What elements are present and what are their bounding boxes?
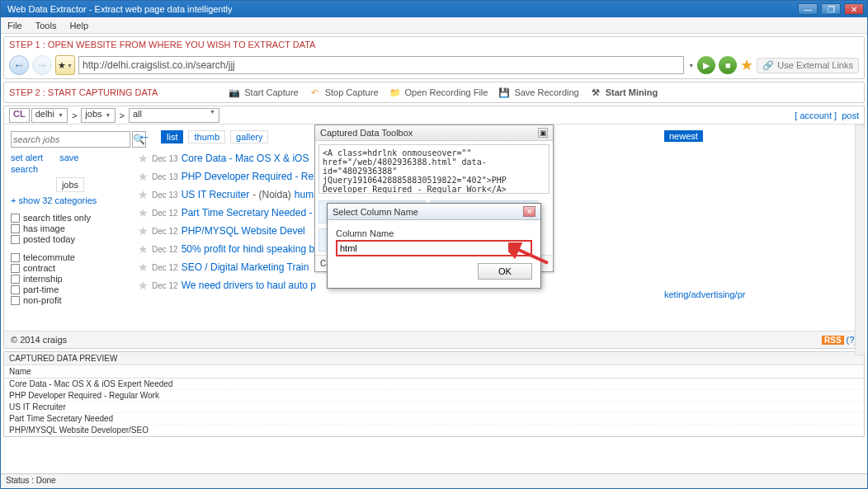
maximize-button[interactable]: ❐ <box>821 3 841 15</box>
listing-date: Dec 12 <box>152 209 178 218</box>
listing-title[interactable]: We need drivers to haul auto p <box>182 280 316 291</box>
city-select[interactable]: delhi ▼ <box>31 108 68 123</box>
right-column: newest keting/advertising/pr <box>658 125 864 349</box>
star-icon[interactable]: ★ <box>138 206 149 219</box>
account-link[interactable]: account <box>800 110 832 120</box>
app-window: Web Data Extractor - Extract web page da… <box>0 0 868 489</box>
external-links-button[interactable]: 🔗 Use External Links <box>757 58 859 73</box>
newest-badge[interactable]: newest <box>664 130 703 142</box>
close-button[interactable]: ✕ <box>844 3 864 15</box>
save-icon: 💾 <box>498 86 511 99</box>
listing-date: Dec 12 <box>152 227 178 236</box>
undo-icon: ↶ <box>309 86 322 99</box>
dialog-close-button[interactable]: ✕ <box>523 206 535 217</box>
listing-title[interactable]: SEO / Digital Marketing Train <box>182 261 309 273</box>
view-gallery-tab[interactable]: gallery <box>230 130 268 143</box>
checkbox[interactable] <box>11 214 20 223</box>
back-arrow-icon[interactable]: ← <box>138 129 151 144</box>
stop-nav-button[interactable]: ■ <box>719 56 737 74</box>
listing-title[interactable]: Core Data - Mac OS X & iOS <box>182 153 309 164</box>
star-icon[interactable]: ★ <box>138 261 149 274</box>
captured-preview-panel: CAPTURED DATA PREVIEW Name Core Data - M… <box>3 351 865 437</box>
toolbox-title: Captured Data Toolbox <box>320 128 413 138</box>
menu-help[interactable]: Help <box>69 21 88 31</box>
listing-date: Dec 13 <box>152 190 178 200</box>
browser-breadcrumb: CL delhi ▼ > jobs ▼ > all ▼ [ account ] … <box>4 106 864 125</box>
preview-row[interactable]: PHP/MYSQL Website Developer/SEO <box>4 425 864 436</box>
checkbox[interactable] <box>11 235 20 244</box>
rss-badge[interactable]: RSS <box>822 336 844 345</box>
url-dropdown-icon[interactable]: ▼ <box>688 63 694 68</box>
checkbox[interactable] <box>11 285 20 294</box>
view-list-tab[interactable]: list <box>161 130 183 143</box>
listing-title[interactable]: 50% profit for hindi speaking b <box>182 243 314 255</box>
bookmark-star-icon[interactable]: ★ <box>740 56 753 74</box>
checkbox[interactable] <box>11 275 20 284</box>
column-name-input[interactable] <box>336 240 532 256</box>
star-icon[interactable]: ★ <box>138 242 149 256</box>
category-select[interactable]: jobs ▼ <box>81 108 115 123</box>
star-icon[interactable]: ★ <box>138 279 149 292</box>
go-button[interactable]: ▶ <box>697 56 715 74</box>
show-categories-link[interactable]: + show 32 categories <box>11 195 130 205</box>
menu-file[interactable]: File <box>7 21 22 31</box>
listing-title[interactable]: PHP/MYSQL Website Devel <box>182 225 305 237</box>
search-input[interactable] <box>11 131 130 148</box>
favorites-button[interactable]: ★▼ <box>55 55 75 75</box>
step1-panel: STEP 1 : OPEN WEBSITE FROM WHERE YOU WIS… <box>3 36 865 79</box>
marketing-link[interactable]: keting/advertising/pr <box>664 289 745 299</box>
nav-back-button[interactable]: ← <box>9 55 29 75</box>
browser-footer: © 2014 craigs RSS (?) <box>4 331 864 348</box>
minimize-button[interactable]: — <box>798 3 818 15</box>
vertical-scrollbar[interactable] <box>855 125 865 355</box>
post-link[interactable]: post <box>842 110 859 120</box>
listing-suffix: - (Noida) <box>252 189 291 200</box>
preview-row[interactable]: Part Time Secretary Needed <box>4 413 864 425</box>
column-name-label: Column Name <box>336 228 532 238</box>
save-link[interactable]: save <box>59 153 78 162</box>
folder-icon: 📁 <box>389 86 402 99</box>
step2-panel: STEP 2 : START CAPTURING DATA 📷Start Cap… <box>3 82 865 103</box>
listing-title[interactable]: Part Time Secretary Needed - <box>182 207 313 219</box>
checkbox[interactable] <box>11 224 20 233</box>
step2-label: STEP 2 : START CAPTURING DATA <box>9 87 158 97</box>
ok-button[interactable]: OK <box>478 263 532 280</box>
nav-forward-button[interactable]: → <box>32 55 52 75</box>
cl-logo[interactable]: CL <box>9 108 30 123</box>
setalert-link[interactable]: set alert <box>11 153 43 162</box>
start-mining-button[interactable]: ⚒Start Mining <box>589 86 658 99</box>
listing-title[interactable]: PHP Developer Required - Re <box>182 171 314 182</box>
jobs-box: jobs <box>56 177 84 192</box>
star-icon[interactable]: ★ <box>138 188 149 201</box>
select-column-dialog: Select Column Name✕ Column Name OK <box>327 203 541 289</box>
checkbox[interactable] <box>11 264 20 273</box>
status-bar: Status : Done <box>1 473 867 488</box>
listing-date: Dec 13 <box>152 172 178 181</box>
stop-capture-button[interactable]: ↶Stop Capture <box>309 86 379 99</box>
star-icon[interactable]: ★ <box>138 224 149 237</box>
checkbox[interactable] <box>11 296 20 305</box>
window-title: Web Data Extractor - Extract web page da… <box>4 4 798 14</box>
url-input[interactable] <box>78 56 684 74</box>
start-capture-button[interactable]: 📷Start Capture <box>228 86 298 99</box>
preview-title: CAPTURED DATA PREVIEW <box>4 352 864 365</box>
star-icon[interactable]: ★ <box>138 170 149 183</box>
preview-row[interactable]: Core Data - Mac OS X & iOS Expert Needed <box>4 379 864 390</box>
search-link[interactable]: search <box>11 164 130 174</box>
open-recording-button[interactable]: 📁Open Recording File <box>389 86 488 99</box>
view-thumb-tab[interactable]: thumb <box>188 130 225 143</box>
listing-title[interactable]: US IT Recruiter <box>182 189 249 200</box>
dialog-title: Select Column Name <box>333 207 418 217</box>
listing-date: Dec 13 <box>152 154 178 163</box>
toolbox-dock-button[interactable]: ▣ <box>538 128 548 138</box>
menubar: File Tools Help <box>1 17 867 34</box>
preview-row[interactable]: PHP Developer Required - Regular Work <box>4 390 864 402</box>
subcat-select[interactable]: all ▼ <box>129 108 219 123</box>
menu-tools[interactable]: Tools <box>35 21 57 31</box>
save-recording-button[interactable]: 💾Save Recording <box>498 86 578 99</box>
preview-column-name: Name <box>4 365 864 379</box>
copyright: © 2014 craigs <box>11 335 67 345</box>
star-icon[interactable]: ★ <box>138 152 149 165</box>
checkbox[interactable] <box>11 253 20 262</box>
preview-row[interactable]: US IT Recruiter <box>4 402 864 413</box>
